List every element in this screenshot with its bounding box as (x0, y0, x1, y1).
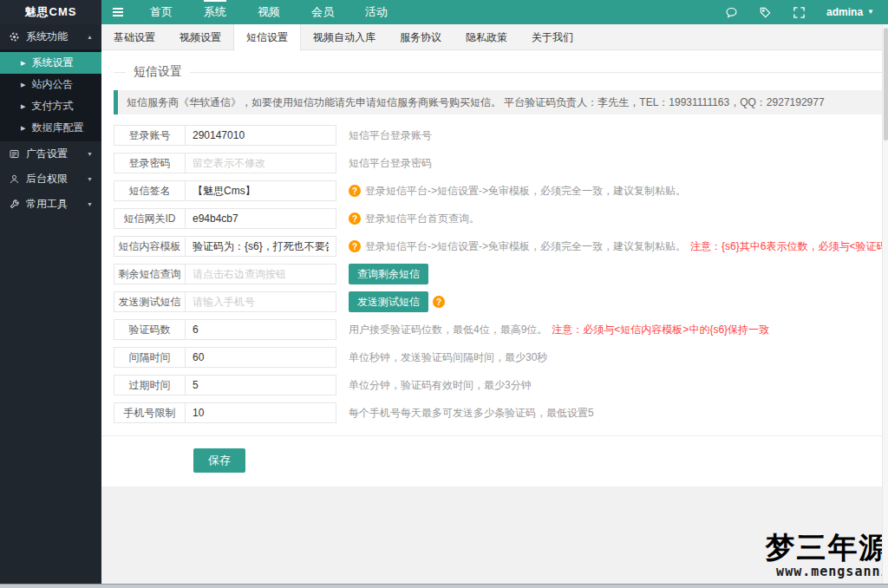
question-icon: ? (349, 185, 361, 197)
sidebar-group-ads[interactable]: 广告设置 ▼ (0, 141, 101, 167)
message-icon[interactable] (725, 6, 738, 19)
interval-time-row: 间隔时间 单位秒钟，发送验证码间隔时间，最少30秒 (114, 347, 888, 368)
sms-gateway-id-row: 短信网关ID ?登录短信平台首页查询。 (114, 208, 888, 229)
field-helper-zone: ?登录短信平台->短信设置->免审模板，必须完全一致，建议复制粘贴。 (349, 184, 686, 199)
code-digits-warning: 注意：必须与<短信内容模板>中的{s6}保持一致 (552, 323, 769, 337)
chevron-up-icon: ▲ (87, 34, 93, 40)
phone-limit-input[interactable] (185, 402, 336, 423)
tag-icon[interactable] (759, 6, 772, 19)
field-label: 登录账号 (114, 125, 186, 146)
top-nav: 首页 系统 视频 会员 活动 admina ▼ (101, 0, 888, 24)
page-title: 短信设置 (134, 64, 182, 80)
tab-video-auto-import[interactable]: 视频自动入库 (301, 24, 388, 49)
sidebar-submenu: ▶ 系统设置 ▶ 站内公告 ▶ 支付方式 ▶ 数据库配置 (0, 49, 101, 141)
field-label: 短信网关ID (114, 208, 186, 229)
notice-bar: 短信服务商《华软通信》，如要使用短信功能请先申请短信服务商账号购买短信。 平台验… (114, 90, 888, 114)
sidebar-item-site-announcement[interactable]: ▶ 站内公告 (0, 74, 101, 95)
sms-template-helper: 登录短信平台->短信设置->免审模板，必须完全一致，建议复制粘贴。 (365, 239, 686, 254)
fullscreen-icon[interactable] (793, 6, 806, 19)
tab-about-us[interactable]: 关于我们 (519, 24, 585, 49)
send-test-sms-button[interactable]: 发送测试短信 (349, 291, 428, 312)
sidebar-item-system-settings[interactable]: ▶ 系统设置 (0, 52, 101, 74)
expire-time-helper: 单位分钟，验证码有效时间，最少3分钟 (349, 378, 532, 393)
sidebar-group-tools[interactable]: 常用工具 ▼ (0, 192, 101, 217)
sms-signature-row: 短信签名 ?登录短信平台->短信设置->免审模板，必须完全一致，建议复制粘贴。 (114, 180, 888, 201)
topbar: 魅思CMS 首页 系统 视频 会员 活动 ad (0, 0, 888, 24)
sidebar-group-label: 广告设置 (26, 147, 68, 161)
login-account-helper: 短信平台登录账号 (349, 128, 432, 143)
username: admina (826, 6, 863, 18)
send-test-sms-row: 发送测试短信 发送测试短信? (114, 291, 888, 312)
chevron-down-icon: ▼ (87, 176, 93, 182)
code-digits-input[interactable] (185, 319, 336, 340)
field-helper-zone: 短信平台登录账号 (349, 128, 432, 143)
vertical-scrollbar[interactable] (882, 24, 888, 584)
tab-service-agreement[interactable]: 服务协议 (388, 24, 454, 49)
gear-icon (9, 31, 20, 42)
sidebar-group-label: 常用工具 (26, 197, 68, 212)
remaining-sms-query-button[interactable]: 查询剩余短信 (349, 264, 428, 284)
sidebar: 系统功能 ▲ ▶ 系统设置 ▶ 站内公告 ▶ 支付方式 ▶ 数据库配置 (0, 24, 101, 588)
triangle-right-icon: ▶ (21, 52, 25, 74)
sidebar-group-system[interactable]: 系统功能 ▲ (0, 24, 101, 49)
sms-gateway-id-helper: 登录短信平台首页查询。 (365, 212, 480, 226)
sms-gateway-id-input[interactable] (185, 208, 336, 229)
question-icon: ? (349, 240, 361, 252)
field-label: 间隔时间 (114, 347, 186, 368)
login-account-row: 登录账号 短信平台登录账号 (114, 125, 888, 146)
hamburger-icon[interactable] (101, 8, 134, 16)
user-icon (9, 173, 20, 185)
sms-template-row: 短信内容模板 ?登录短信平台->短信设置->免审模板，必须完全一致，建议复制粘贴… (114, 236, 888, 257)
nav-item-activity[interactable]: 活动 (349, 0, 403, 24)
horizontal-scrollbar[interactable] (0, 584, 888, 588)
tab-basic-settings[interactable]: 基础设置 (101, 24, 167, 49)
watermark-title: 梦三年源码网 (765, 532, 888, 564)
chevron-down-icon: ▼ (867, 9, 874, 16)
field-label: 过期时间 (114, 375, 186, 395)
nav-item-system[interactable]: 系统 (188, 0, 242, 24)
login-password-input[interactable] (185, 153, 336, 173)
login-password-helper: 短信平台登录密码 (349, 156, 432, 171)
tab-video-settings[interactable]: 视频设置 (167, 24, 233, 49)
send-test-sms-input[interactable] (185, 291, 336, 312)
sidebar-group-label: 系统功能 (26, 29, 68, 44)
remaining-sms-query-input[interactable] (185, 264, 336, 284)
tab-sms-settings[interactable]: 短信设置 (233, 24, 301, 51)
tab-privacy-policy[interactable]: 隐私政策 (454, 24, 519, 49)
nav-item-video[interactable]: 视频 (242, 0, 296, 24)
phone-limit-row: 手机号限制 每个手机号每天最多可发送多少条验证码，最低设置5 (114, 402, 888, 423)
field-label: 登录密码 (114, 153, 186, 173)
sms-template-warning: 注意：{s6}其中6表示位数，必须与<验证码数>保持一致 (690, 239, 888, 254)
watermark: 梦三年源码网 www.mengsannian.com (765, 532, 888, 579)
triangle-right-icon: ▶ (21, 117, 25, 139)
nav-item-member[interactable]: 会员 (296, 0, 349, 24)
interval-time-input[interactable] (185, 347, 336, 368)
sidebar-item-database-config[interactable]: ▶ 数据库配置 (0, 117, 101, 139)
user-menu[interactable]: admina ▼ (826, 6, 874, 18)
tab-bar: 基础设置 视频设置 短信设置 视频自动入库 服务协议 隐私政策 关于我们 (101, 24, 888, 50)
field-label: 剩余短信查询 (114, 264, 186, 284)
sidebar-item-label: 站内公告 (31, 74, 73, 95)
sms-template-input[interactable] (185, 236, 336, 257)
login-password-row: 登录密码 短信平台登录密码 (114, 153, 888, 173)
field-helper-zone: 每个手机号每天最多可发送多少条验证码，最低设置5 (349, 406, 594, 421)
field-helper-zone: 短信平台登录密码 (349, 156, 432, 171)
question-icon: ? (349, 212, 361, 225)
code-digits-helper: 用户接受验证码位数，最低4位，最高9位。 (349, 323, 547, 337)
sidebar-group-admin-permission[interactable]: 后台权限 ▼ (0, 167, 101, 192)
nav-item-home[interactable]: 首页 (134, 0, 188, 24)
expire-time-row: 过期时间 单位分钟，验证码有效时间，最少3分钟 (114, 375, 888, 395)
sidebar-group-label: 后台权限 (26, 172, 68, 186)
sidebar-item-label: 数据库配置 (31, 117, 83, 139)
sms-signature-input[interactable] (185, 180, 336, 201)
login-account-input[interactable] (185, 125, 336, 146)
question-icon: ? (433, 296, 445, 308)
sms-signature-helper: 登录短信平台->短信设置->免审模板，必须完全一致，建议复制粘贴。 (365, 184, 686, 199)
expire-time-input[interactable] (185, 375, 336, 395)
save-button[interactable]: 保存 (193, 448, 245, 473)
sidebar-item-payment-method[interactable]: ▶ 支付方式 (0, 95, 101, 117)
field-label: 短信内容模板 (114, 236, 186, 257)
ad-icon (9, 148, 20, 160)
code-digits-row: 验证码数 用户接受验证码位数，最低4位，最高9位。注意：必须与<短信内容模板>中… (114, 319, 888, 340)
field-label: 手机号限制 (114, 402, 186, 423)
